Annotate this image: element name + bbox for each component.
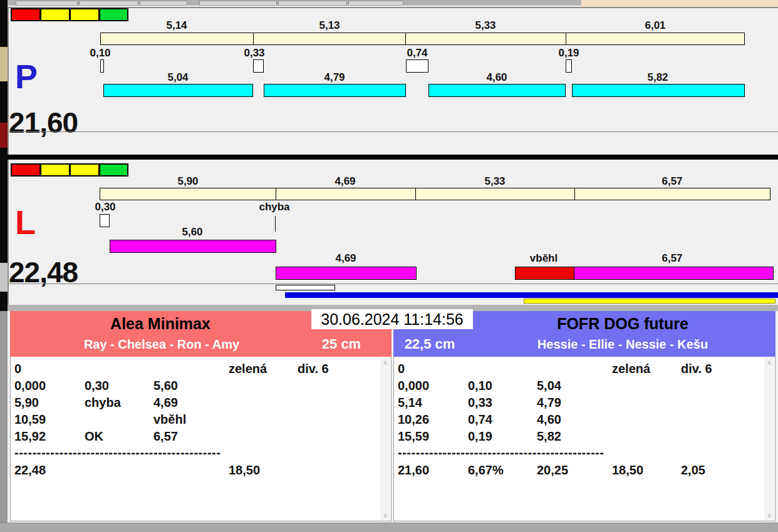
run-time-label: 5,82 xyxy=(647,71,668,84)
run-time-label: 4,60 xyxy=(486,71,507,84)
split-bar-p xyxy=(100,33,745,45)
team-right-jump-height: 22,5 cm xyxy=(405,336,455,352)
table-cell: 0,33 xyxy=(468,394,537,411)
background-window-left-edge xyxy=(0,0,8,532)
table-cell xyxy=(612,394,681,411)
toolbar-fragment xyxy=(199,1,277,6)
changeover-box xyxy=(253,59,264,73)
changeover-time-label: 0,33 xyxy=(244,47,264,59)
run-bar xyxy=(264,84,406,97)
table-cell: 4,69 xyxy=(153,394,229,411)
run-bar xyxy=(110,240,276,253)
table-cell xyxy=(85,361,153,377)
team-left-name: Alea Minimax xyxy=(110,315,210,333)
scroll-down-icon[interactable]: ∨ xyxy=(380,510,390,520)
table-cell: 18,50 xyxy=(612,462,681,479)
lane-l-total-time: 22,48 xyxy=(9,258,78,287)
fault-run-bar xyxy=(515,267,574,280)
table-cell: 6,67% xyxy=(468,462,537,479)
scroll-down-icon[interactable]: ∨ xyxy=(764,510,774,520)
split-segment xyxy=(575,188,770,200)
light-yellow-1 xyxy=(40,163,70,176)
light-yellow-2 xyxy=(70,8,99,21)
split-bar-l xyxy=(100,188,770,200)
start-lights-l xyxy=(11,163,128,176)
table-cell xyxy=(537,361,612,377)
changeover-time-label: 0,30 xyxy=(95,201,115,213)
table-cell: 5,82 xyxy=(537,428,612,445)
run-time-label: 4,79 xyxy=(324,71,345,84)
table-cell: 15,92 xyxy=(14,428,85,445)
divider-line xyxy=(9,131,778,132)
table-cell: 10,26 xyxy=(398,411,468,428)
table-cell: div. 6 xyxy=(681,361,762,377)
table-cell: 6,57 xyxy=(153,428,229,445)
table-cell: 0,000 xyxy=(398,377,468,394)
lane-l-letter: L xyxy=(15,205,36,239)
divider-line xyxy=(9,284,778,284)
changeover-box xyxy=(406,59,428,73)
scroll-up-icon[interactable]: ∧ xyxy=(764,357,774,367)
team-left-jump-height: 25 cm xyxy=(322,336,361,352)
run-bar xyxy=(428,84,566,97)
result-table: 0 zelená div. 6 0,000 0,30 5,60 5,90 chy… xyxy=(14,361,378,479)
split-segment xyxy=(100,188,276,200)
fault-label: chyba xyxy=(259,201,289,213)
lane-p-letter: P xyxy=(15,59,38,93)
run-bar xyxy=(103,84,253,97)
table-cell: 0,74 xyxy=(468,411,537,428)
table-cell: div. 6 xyxy=(298,361,378,377)
split-time-label: 5,33 xyxy=(475,19,495,32)
scrollbar[interactable]: ∧ ∨ xyxy=(764,357,774,520)
table-cell xyxy=(612,377,681,394)
table-cell: 5,60 xyxy=(153,377,229,394)
light-red xyxy=(11,8,40,21)
split-time-label: 5,14 xyxy=(166,19,187,32)
table-cell: 5,14 xyxy=(398,394,468,411)
table-cell: 20,25 xyxy=(537,462,612,479)
table-cell xyxy=(85,411,153,428)
changeover-box xyxy=(100,59,104,73)
light-yellow-2 xyxy=(70,163,99,176)
table-cell: 15,59 xyxy=(398,428,468,445)
light-yellow-1 xyxy=(40,8,70,21)
run-bar xyxy=(574,267,774,280)
table-cell: OK xyxy=(85,428,153,445)
datetime-display: 30.06.2024 11:14:56 xyxy=(311,309,473,329)
split-time-label: 4,69 xyxy=(335,175,355,188)
light-red xyxy=(11,163,40,176)
progress-bar-yellow xyxy=(524,299,775,304)
table-cell: 0,19 xyxy=(468,428,537,445)
scroll-up-icon[interactable]: ∧ xyxy=(380,357,390,367)
run-time-label: 6,57 xyxy=(661,252,682,265)
split-segment xyxy=(406,33,566,44)
fault-tick-mark xyxy=(275,216,276,232)
team-left-result-log: 0 zelená div. 6 0,000 0,30 5,60 5,90 chy… xyxy=(10,357,392,521)
run-time-label: 5,60 xyxy=(182,226,202,238)
toolbar-fragment xyxy=(348,1,403,6)
table-cell xyxy=(612,411,681,428)
toolbar-fragment xyxy=(79,1,138,6)
table-cell: 4,79 xyxy=(537,394,612,411)
timing-app-window: 5,14 5,13 5,33 6,01 0,10 0,33 0,74 0,19 … xyxy=(0,0,778,532)
table-cell xyxy=(298,462,378,479)
scrollbar[interactable]: ∧ ∨ xyxy=(380,357,390,520)
run-bar xyxy=(276,267,417,280)
toolbar-fragment xyxy=(16,1,78,6)
table-cell: 10,59 xyxy=(14,411,85,428)
changeover-time-label: 0,19 xyxy=(558,47,579,59)
progress-bar-blue xyxy=(285,292,778,298)
split-segment xyxy=(416,188,575,200)
table-cell: 0,000 xyxy=(14,377,85,394)
table-divider: ----------------------------------------… xyxy=(398,445,762,462)
status-strip xyxy=(0,523,778,532)
split-time-label: 5,13 xyxy=(319,19,340,32)
table-cell: zelená xyxy=(612,361,681,377)
light-green xyxy=(99,163,128,176)
team-left-dogs: Ray - Chelsea - Ron - Amy xyxy=(84,337,239,352)
table-cell: 22,48 xyxy=(14,462,85,479)
split-segment xyxy=(101,33,254,44)
table-cell: zelená xyxy=(229,361,298,377)
table-cell xyxy=(153,361,229,377)
toolbar-fragment xyxy=(278,1,347,6)
